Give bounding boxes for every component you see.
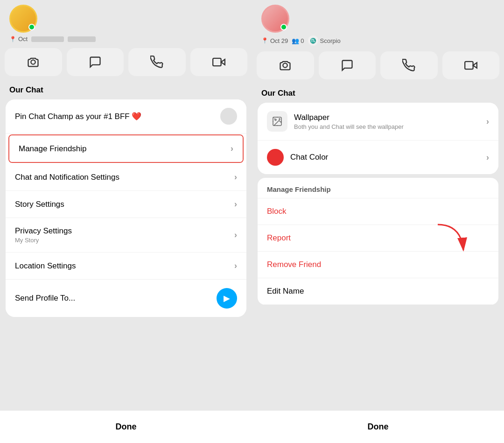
zodiac-badge: ♏ Scorpio bbox=[308, 35, 341, 46]
svg-point-0 bbox=[31, 60, 35, 64]
right-date-item: 📍 Oct 29 bbox=[261, 37, 288, 44]
send-profile-button[interactable]: ▶ bbox=[217, 288, 237, 309]
left-blurred-1 bbox=[31, 36, 64, 42]
left-panel: 📍 Oct bbox=[0, 0, 252, 443]
send-profile-label: Send Profile To... bbox=[15, 294, 75, 303]
left-avatar-row bbox=[9, 5, 243, 33]
left-video-button[interactable] bbox=[190, 48, 248, 76]
privacy-settings-subtitle: My Story bbox=[15, 237, 72, 244]
scorpio-icon: ♏ bbox=[308, 35, 318, 46]
left-chat-button[interactable] bbox=[67, 48, 124, 76]
chat-color-left: Chat Color bbox=[267, 149, 486, 166]
edit-name-item[interactable]: Edit Name bbox=[258, 278, 498, 305]
remove-friend-item[interactable]: Remove Friend bbox=[258, 252, 498, 278]
chat-color-swatch bbox=[267, 149, 284, 166]
left-done-button[interactable]: Done bbox=[116, 422, 137, 432]
svg-rect-2 bbox=[213, 58, 221, 66]
story-settings-chevron: › bbox=[234, 199, 237, 209]
right-chat-card: Wallpaper Both you and Chat will see the… bbox=[258, 103, 498, 174]
pin-bff-left: Pin Chat Champ as your #1 BFF ❤️ bbox=[15, 112, 141, 121]
left-top-area: 📍 Oct bbox=[0, 0, 252, 42]
privacy-left: Privacy Settings My Story bbox=[15, 226, 72, 244]
chat-notification-chevron: › bbox=[234, 172, 237, 182]
privacy-settings-label: Privacy Settings bbox=[15, 226, 72, 236]
pin-bff-item[interactable]: Pin Chat Champ as your #1 BFF ❤️ bbox=[6, 99, 246, 134]
story-settings-label: Story Settings bbox=[15, 200, 64, 209]
right-date: Oct 29 bbox=[270, 37, 288, 44]
right-panel: 📍 Oct 29 👥 0 ♏ Scorpio bbox=[252, 0, 504, 443]
location-settings-chevron: › bbox=[234, 261, 237, 271]
privacy-settings-item[interactable]: Privacy Settings My Story › bbox=[6, 218, 246, 253]
right-top-area: 📍 Oct 29 👥 0 ♏ Scorpio bbox=[252, 0, 504, 46]
left-date: Oct bbox=[18, 35, 28, 42]
left-phone-button[interactable] bbox=[128, 48, 186, 76]
location-settings-label: Location Settings bbox=[15, 261, 76, 271]
wallpaper-subtitle: Both you and Chat will see the wallpaper bbox=[294, 123, 404, 130]
svg-marker-4 bbox=[473, 63, 476, 68]
left-camera-button[interactable] bbox=[5, 48, 62, 76]
wallpaper-icon bbox=[267, 111, 287, 132]
manage-friendship-chevron: › bbox=[231, 144, 233, 154]
right-online-indicator bbox=[280, 24, 287, 30]
wallpaper-left: Wallpaper Both you and Chat will see the… bbox=[267, 111, 486, 132]
wallpaper-item[interactable]: Wallpaper Both you and Chat will see the… bbox=[258, 103, 498, 141]
pin-bff-label: Pin Chat Champ as your #1 BFF ❤️ bbox=[15, 112, 141, 121]
right-camera-button[interactable] bbox=[257, 51, 314, 79]
zodiac-label: Scorpio bbox=[320, 37, 341, 44]
manage-friendship-highlight-box: Manage Friendship › bbox=[8, 134, 244, 163]
friendship-dropdown: Manage Friendship Block Report Remove Fr… bbox=[258, 178, 498, 305]
friendship-dropdown-header: Manage Friendship bbox=[258, 178, 498, 198]
left-action-buttons bbox=[0, 48, 252, 76]
left-avatar bbox=[9, 5, 37, 33]
chat-notification-label: Chat and Notification Settings bbox=[15, 173, 119, 182]
block-item[interactable]: Block bbox=[258, 198, 498, 225]
right-done-button[interactable]: Done bbox=[368, 422, 389, 432]
chat-color-chevron: › bbox=[486, 153, 489, 162]
wallpaper-chevron: › bbox=[486, 117, 489, 127]
report-item[interactable]: Report bbox=[258, 225, 498, 252]
wallpaper-title: Wallpaper bbox=[294, 113, 404, 122]
svg-point-8 bbox=[279, 119, 280, 120]
right-video-button[interactable] bbox=[442, 51, 500, 79]
pin-bff-emoji: ❤️ bbox=[132, 112, 141, 121]
right-meta-row: 📍 Oct 29 👥 0 ♏ Scorpio bbox=[261, 35, 495, 46]
right-avatar-row bbox=[261, 5, 495, 33]
right-done-bar: Done bbox=[252, 410, 504, 443]
manage-friendship-item[interactable]: Manage Friendship › bbox=[9, 135, 243, 162]
send-arrow-icon: ▶ bbox=[224, 293, 230, 303]
wallpaper-text: Wallpaper Both you and Chat will see the… bbox=[294, 113, 404, 130]
svg-rect-5 bbox=[465, 62, 473, 69]
left-date-item: 📍 Oct bbox=[9, 35, 28, 42]
friends-count-badge: 👥 0 bbox=[292, 37, 304, 44]
svg-point-7 bbox=[275, 119, 276, 120]
right-location-icon: 📍 bbox=[261, 37, 268, 44]
friends-icon: 👥 bbox=[292, 37, 299, 44]
privacy-settings-chevron: › bbox=[234, 230, 237, 240]
chat-color-title: Chat Color bbox=[290, 153, 328, 162]
left-menu-card: Pin Chat Champ as your #1 BFF ❤️ Manage … bbox=[6, 99, 246, 317]
chat-color-item[interactable]: Chat Color › bbox=[258, 141, 498, 174]
manage-friendship-label: Manage Friendship bbox=[19, 144, 87, 154]
story-settings-item[interactable]: Story Settings › bbox=[6, 191, 246, 218]
send-profile-item[interactable]: Send Profile To... ▶ bbox=[6, 280, 246, 317]
location-pin-icon: 📍 bbox=[9, 36, 16, 42]
right-avatar bbox=[261, 5, 289, 33]
left-section-label: Our Chat bbox=[0, 82, 252, 99]
right-section-label: Our Chat bbox=[252, 85, 504, 103]
friends-count: 0 bbox=[301, 37, 304, 44]
svg-point-3 bbox=[283, 63, 287, 67]
right-phone-button[interactable] bbox=[380, 51, 438, 79]
pin-toggle[interactable] bbox=[220, 108, 237, 125]
pin-bff-text: Pin Chat Champ as your #1 BFF bbox=[15, 112, 130, 121]
location-settings-item[interactable]: Location Settings › bbox=[6, 253, 246, 280]
left-blurred-2 bbox=[68, 36, 96, 42]
right-action-buttons bbox=[252, 51, 504, 79]
chat-notification-item[interactable]: Chat and Notification Settings › bbox=[6, 164, 246, 191]
online-indicator bbox=[28, 24, 35, 30]
left-meta-row: 📍 Oct bbox=[9, 35, 243, 42]
left-done-bar: Done bbox=[0, 410, 252, 443]
right-chat-button[interactable] bbox=[319, 51, 376, 79]
svg-marker-1 bbox=[221, 59, 224, 65]
